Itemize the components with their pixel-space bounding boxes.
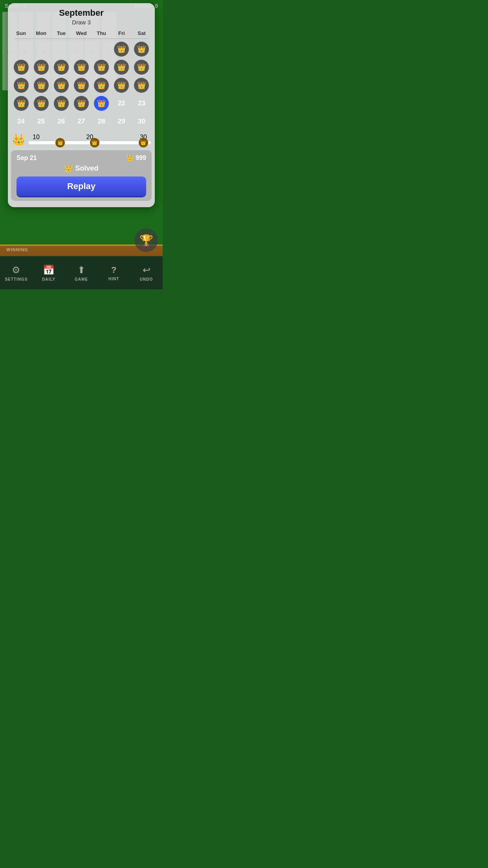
solved-text: Solved [75,164,98,173]
day-26-num: 26 [57,118,65,125]
slider-label-10: 10 [33,134,40,141]
score-crown-icon: 👑 [126,154,134,162]
cal-divider-1 [14,39,149,39]
day-12-btn[interactable]: 👑 [54,78,69,93]
info-panel: Sep 21 👑 999 👑 Solved Replay [11,150,152,201]
cal-empty-4 [71,40,91,58]
cal-day-2[interactable]: 👑 [132,40,152,58]
day-27-num: 27 [78,118,85,125]
nav-game[interactable]: ⬆ GAME [65,256,98,289]
daily-icon: 📅 [43,265,55,276]
day-6-btn[interactable]: 👑 [74,60,89,75]
slider-thumb-3[interactable]: 👑 [139,138,148,147]
day-4-btn[interactable]: 👑 [34,60,49,75]
crown-2-icon: 👑 [137,46,146,53]
day-23-num: 23 [138,99,145,107]
cal-empty-3 [51,40,71,58]
day-25-num: 25 [37,118,45,125]
day-sat: Sat [132,29,152,38]
cal-week-5: 24 25 26 27 28 29 30 [11,113,152,130]
day-19-btn[interactable]: 👑 [54,96,69,111]
day-17-btn[interactable]: 👑 [14,96,29,111]
day-29-num: 29 [118,118,125,125]
day-24-num: 24 [17,118,25,125]
calendar-modal: September Draw 3 Sun Mon Tue Wed Thu Fri… [8,3,155,207]
crown-large-icon: 👑 [12,133,26,146]
day-28-num: 28 [98,118,105,125]
info-header-row: Sep 21 👑 999 [17,154,146,162]
settings-label: SETTINGS [5,277,28,281]
day-13-btn[interactable]: 👑 [74,78,89,93]
info-score: 👑 999 [126,154,146,162]
cal-week-4: 👑 👑 👑 👑 👑 22 23 [11,95,152,112]
settings-icon: ⚙ [12,265,20,276]
cal-empty-1 [11,40,31,58]
thumb-3-crown: 👑 [140,140,146,145]
day-22-num: 22 [118,99,125,107]
day-16-btn[interactable]: 👑 [134,78,149,93]
day-14-btn[interactable]: 👑 [94,78,109,93]
game-label: GAME [75,277,88,281]
day-1-btn[interactable]: 👑 [114,42,129,57]
info-date: Sep 21 [17,154,37,162]
day-fri: Fri [112,29,132,38]
nav-undo[interactable]: ↩ UNDO [130,256,163,289]
slider-section: 👑 10 20 30 👑 👑 👑 [8,131,155,148]
day-20-btn[interactable]: 👑 [74,96,89,111]
calendar-grid: Sun Mon Tue Wed Thu Fri Sat 👑 👑 [8,29,155,130]
slider-track[interactable]: 👑 👑 👑 [29,141,151,144]
cal-week-2: 👑 👑 👑 👑 👑 👑 👑 [11,59,152,76]
day-thu: Thu [92,29,112,38]
cal-week-3: 👑 👑 👑 👑 👑 👑 👑 [11,77,152,94]
daily-label: DAILY [42,277,55,281]
crown-1-icon: 👑 [117,46,126,53]
day-7-btn[interactable]: 👑 [94,60,109,75]
slider-thumb-2[interactable]: 👑 [90,138,99,147]
day-9-btn[interactable]: 👑 [134,60,149,75]
undo-label: UNDO [140,277,153,281]
day-sun: Sun [11,29,31,38]
solved-row: 👑 Solved [17,164,146,173]
undo-icon: ↩ [143,265,150,276]
winning-label: WINNING [6,247,28,252]
day-tue: Tue [51,29,71,38]
day-2-btn[interactable]: 👑 [134,42,149,57]
score-value: 999 [136,154,146,162]
hint-icon: ? [111,265,116,275]
day-mon: Mon [31,29,51,38]
slider-thumb-1[interactable]: 👑 [55,138,65,147]
day-8-btn[interactable]: 👑 [114,60,129,75]
calendar-month: September [8,3,155,19]
slider-labels: 10 20 30 [29,134,151,141]
cal-empty-2 [31,40,51,58]
thumb-1-crown: 👑 [57,140,63,145]
calendar-header: Sun Mon Tue Wed Thu Fri Sat [11,29,152,38]
day-15-btn[interactable]: 👑 [114,78,129,93]
hint-label: HINT [108,277,119,281]
replay-button[interactable]: Replay [17,177,146,196]
slider-container[interactable]: 10 20 30 👑 👑 👑 [29,134,151,146]
day-11-btn[interactable]: 👑 [34,78,49,93]
day-18-btn[interactable]: 👑 [34,96,49,111]
day-21-btn[interactable]: 👑 [94,96,109,111]
cal-empty-5 [92,40,112,58]
draw-label: Draw 3 [8,19,155,26]
trophy-button[interactable]: 🏆 [134,228,158,252]
nav-hint[interactable]: ? HINT [97,256,130,289]
nav-settings[interactable]: ⚙ SETTINGS [0,256,33,289]
solved-crown-icon: 👑 [64,164,73,173]
day-5-btn[interactable]: 👑 [54,60,69,75]
trophy-icon: 🏆 [139,234,153,247]
cal-day-1[interactable]: 👑 [112,40,132,58]
thumb-2-crown: 👑 [92,140,97,145]
bottom-nav: ⚙ SETTINGS 📅 DAILY ⬆ GAME ? HINT ↩ UNDO [0,256,163,289]
game-icon: ⬆ [77,265,85,276]
day-wed: Wed [71,29,91,38]
nav-daily[interactable]: 📅 DAILY [33,256,65,289]
day-3-btn[interactable]: 👑 [14,60,29,75]
day-30-num: 30 [138,118,145,125]
day-10-btn[interactable]: 👑 [14,78,29,93]
cal-week-1: 👑 👑 [11,40,152,58]
